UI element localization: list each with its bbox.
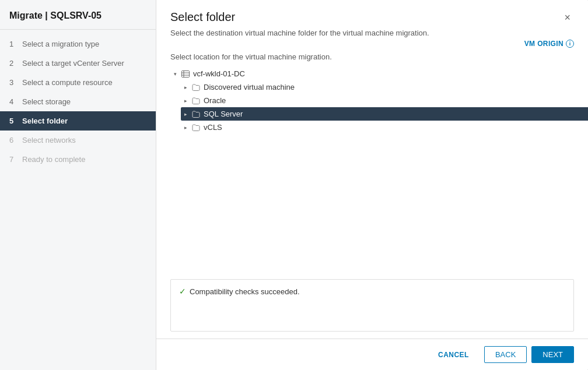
step-item-7: 7Ready to complete bbox=[0, 150, 156, 169]
header-section: Select folder × Select the destination v… bbox=[156, 0, 588, 48]
datacenter-icon bbox=[181, 70, 190, 78]
step-number: 5 bbox=[9, 117, 18, 125]
tree-node-discovered-virtual-machine[interactable]: ▸Discovered virtual machine bbox=[181, 80, 588, 94]
step-item-5[interactable]: 5Select folder bbox=[0, 111, 156, 131]
folder-icon bbox=[191, 97, 201, 105]
check-icon: ✓ bbox=[179, 287, 186, 296]
tree-node-label: Discovered virtual machine bbox=[204, 83, 295, 91]
cancel-button[interactable]: CANCEL bbox=[428, 347, 480, 362]
compat-message: Compatibility checks succeeded. bbox=[190, 287, 300, 296]
chevron-right-icon: ▸ bbox=[181, 84, 190, 90]
step-label: Select a compute resource bbox=[22, 78, 113, 87]
step-label: Ready to complete bbox=[22, 155, 85, 164]
header-row: Select folder × bbox=[170, 10, 574, 24]
tree-node-label: Oracle bbox=[204, 96, 226, 105]
step-label: Select storage bbox=[22, 97, 71, 106]
tree-node-sql-server[interactable]: ▸SQL Server bbox=[181, 107, 588, 121]
location-label: Select location for the virtual machine … bbox=[156, 48, 588, 65]
folder-tree: ▾vcf-wkld-01-DC▸Discovered virtual machi… bbox=[156, 65, 588, 272]
step-item-6: 6Select networks bbox=[0, 131, 156, 150]
compatibility-box: ✓ Compatibility checks succeeded. bbox=[170, 279, 574, 332]
step-number: 1 bbox=[9, 40, 18, 48]
svg-rect-0 bbox=[182, 71, 190, 77]
step-label: Select folder bbox=[22, 117, 68, 125]
tree-node-vcls[interactable]: ▸vCLS bbox=[181, 121, 588, 134]
next-button[interactable]: NEXT bbox=[531, 346, 574, 363]
chevron-down-icon: ▾ bbox=[170, 71, 180, 77]
steps-list: 1Select a migration type2Select a target… bbox=[0, 30, 156, 370]
tree-node-label: SQL Server bbox=[204, 110, 243, 118]
info-icon[interactable]: i bbox=[566, 40, 574, 48]
step-item-4[interactable]: 4Select storage bbox=[0, 92, 156, 111]
folder-icon bbox=[191, 124, 201, 132]
dialog-title: Migrate | SQLSRV-05 bbox=[0, 0, 156, 30]
tree-node-label: vcf-wkld-01-DC bbox=[193, 69, 245, 78]
chevron-right-icon: ▸ bbox=[181, 111, 190, 117]
compat-success-row: ✓ Compatibility checks succeeded. bbox=[179, 287, 565, 296]
chevron-right-icon: ▸ bbox=[181, 125, 190, 131]
close-button[interactable]: × bbox=[561, 11, 574, 24]
step-number: 2 bbox=[9, 59, 18, 68]
step-label: Select a target vCenter Server bbox=[22, 59, 124, 68]
step-item-1[interactable]: 1Select a migration type bbox=[0, 34, 156, 54]
step-item-3[interactable]: 3Select a compute resource bbox=[0, 73, 156, 92]
vm-origin-row: VM ORIGIN i bbox=[170, 40, 574, 48]
step-label: Select networks bbox=[22, 136, 76, 145]
step-number: 7 bbox=[9, 155, 18, 164]
panel-title: Select folder bbox=[170, 10, 235, 24]
step-number: 4 bbox=[9, 97, 18, 106]
tree-node-label: vCLS bbox=[204, 123, 222, 132]
tree-root: ▾vcf-wkld-01-DC▸Discovered virtual machi… bbox=[170, 67, 588, 134]
step-item-2[interactable]: 2Select a target vCenter Server bbox=[0, 54, 156, 73]
tree-node-root[interactable]: ▾vcf-wkld-01-DC bbox=[170, 67, 588, 80]
back-button[interactable]: BACK bbox=[484, 346, 527, 363]
panel-description: Select the destination virtual machine f… bbox=[170, 29, 574, 37]
step-label: Select a migration type bbox=[22, 40, 99, 48]
step-number: 3 bbox=[9, 78, 18, 87]
footer: CANCEL BACK NEXT bbox=[156, 339, 588, 370]
step-number: 6 bbox=[9, 136, 18, 145]
folder-icon bbox=[191, 83, 201, 91]
tree-children: ▸Discovered virtual machine▸Oracle▸SQL S… bbox=[170, 80, 588, 134]
sidebar: Migrate | SQLSRV-05 1Select a migration … bbox=[0, 0, 156, 370]
chevron-right-icon: ▸ bbox=[181, 98, 190, 104]
tree-node-oracle[interactable]: ▸Oracle bbox=[181, 94, 588, 107]
vm-origin-link[interactable]: VM ORIGIN bbox=[524, 40, 564, 48]
main-panel: Select folder × Select the destination v… bbox=[156, 0, 588, 370]
folder-icon bbox=[191, 110, 201, 118]
migrate-dialog: Migrate | SQLSRV-05 1Select a migration … bbox=[0, 0, 588, 370]
